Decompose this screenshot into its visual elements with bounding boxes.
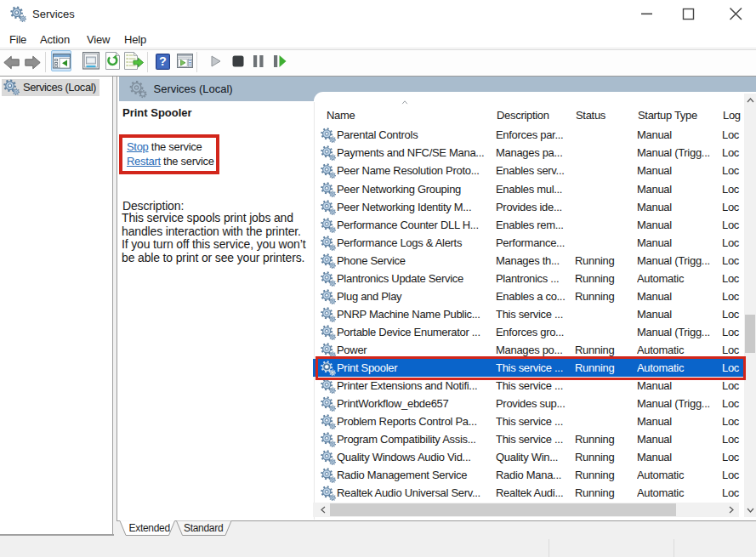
svg-text:?: ? (159, 54, 167, 68)
svg-text:Standard: Standard (184, 522, 223, 534)
svg-text:Extended: Extended (129, 522, 170, 534)
